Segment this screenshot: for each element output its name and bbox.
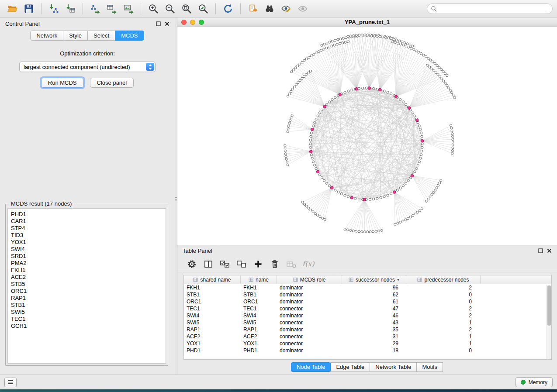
cell-shared-name[interactable]: SWI4 xyxy=(184,312,241,319)
result-item[interactable]: PHD1 xyxy=(8,211,166,218)
column-header-predecessor-nodes[interactable]: predecessor nodes xyxy=(406,275,481,284)
cell-mcds-role[interactable]: connector xyxy=(277,333,342,340)
result-item[interactable]: SWI4 xyxy=(8,246,166,253)
zoom-in-button[interactable] xyxy=(145,2,161,15)
cell-successor-nodes[interactable]: 31 xyxy=(342,333,406,340)
cell-name[interactable]: FKH1 xyxy=(241,284,277,291)
table-row[interactable]: STB1STB1dominator620 xyxy=(184,291,551,298)
cell-name[interactable]: TEC1 xyxy=(241,305,277,312)
cell-successor-nodes[interactable]: 18 xyxy=(342,347,406,354)
cell-name[interactable]: SWI4 xyxy=(241,312,277,319)
result-item[interactable]: STP4 xyxy=(8,225,166,232)
cell-filler[interactable] xyxy=(481,347,551,354)
export-network-button[interactable] xyxy=(87,2,103,15)
float-panel-icon[interactable] xyxy=(156,21,161,26)
cell-name[interactable]: RAP1 xyxy=(241,326,277,333)
cell-shared-name[interactable]: ORC1 xyxy=(184,298,241,305)
result-item[interactable]: FKH1 xyxy=(8,267,166,274)
result-item[interactable]: SRD1 xyxy=(8,253,166,260)
select-all-columns-button[interactable] xyxy=(218,258,232,271)
table-row[interactable]: TEC1TEC1connector472 xyxy=(184,305,551,312)
cell-predecessor-nodes[interactable]: 2 xyxy=(406,305,481,312)
result-item[interactable]: GCR1 xyxy=(8,323,166,330)
cell-predecessor-nodes[interactable]: 2 xyxy=(406,284,481,291)
cell-successor-nodes[interactable]: 46 xyxy=(342,312,406,319)
search-input[interactable] xyxy=(439,6,549,12)
mcds-result-list[interactable]: PHD1CAR1STP4TID3YOX1SWI4SRD1PMA2FKH1ACE2… xyxy=(7,208,166,364)
cell-predecessor-nodes[interactable]: 0 xyxy=(406,347,481,354)
tab-style[interactable]: Style xyxy=(63,31,88,41)
tab-node-table[interactable]: Node Table xyxy=(291,362,331,372)
result-item[interactable]: STB1 xyxy=(8,302,166,309)
import-network-button[interactable] xyxy=(46,2,62,15)
clone-network-button[interactable] xyxy=(245,2,261,15)
result-item[interactable]: SWI5 xyxy=(8,309,166,316)
close-panel-button[interactable]: Close panel xyxy=(90,78,134,88)
cell-mcds-role[interactable]: dominator xyxy=(277,298,342,305)
scrollbar-thumb[interactable] xyxy=(547,285,551,326)
cell-successor-nodes[interactable]: 61 xyxy=(342,298,406,305)
zoom-selected-button[interactable] xyxy=(195,2,211,15)
zoom-fit-button[interactable] xyxy=(179,2,194,15)
cell-shared-name[interactable]: PHD1 xyxy=(184,347,241,354)
result-item[interactable]: PMA2 xyxy=(8,260,166,267)
cell-name[interactable]: SWI5 xyxy=(241,319,277,326)
cell-predecessor-nodes[interactable]: 0 xyxy=(406,298,481,305)
find-button[interactable] xyxy=(262,2,277,15)
cell-name[interactable]: ACE2 xyxy=(241,333,277,340)
cell-name[interactable]: YOX1 xyxy=(241,340,277,347)
cell-mcds-role[interactable]: connector xyxy=(277,305,342,312)
optimization-dropdown[interactable]: largest connected component (undirected) xyxy=(19,62,156,72)
cell-mcds-role[interactable]: dominator xyxy=(277,347,342,354)
cell-successor-nodes[interactable]: 43 xyxy=(342,319,406,326)
cell-filler[interactable] xyxy=(481,284,551,291)
result-item[interactable]: TID3 xyxy=(8,232,166,239)
table-row[interactable]: SWI5SWI5connector431 xyxy=(184,319,551,326)
cell-successor-nodes[interactable]: 47 xyxy=(342,305,406,312)
tab-select[interactable]: Select xyxy=(87,31,115,41)
cell-name[interactable]: STB1 xyxy=(241,291,277,298)
table-settings-button[interactable] xyxy=(184,258,199,271)
result-item[interactable]: ORC1 xyxy=(8,288,166,295)
refresh-button[interactable] xyxy=(220,2,236,15)
table-row[interactable]: ORC1ORC1dominator610 xyxy=(184,298,551,305)
close-panel-icon[interactable] xyxy=(165,21,170,26)
cell-successor-nodes[interactable]: 96 xyxy=(342,284,406,291)
cell-shared-name[interactable]: ACE2 xyxy=(184,333,241,340)
cell-filler[interactable] xyxy=(481,333,551,340)
create-column-button[interactable] xyxy=(251,258,266,271)
close-window-button[interactable] xyxy=(181,20,187,25)
table-row[interactable]: YOX1YOX1connector291 xyxy=(184,340,551,347)
zoom-window-button[interactable] xyxy=(199,20,204,25)
column-header-name[interactable]: name xyxy=(241,275,277,284)
unselect-all-columns-button[interactable] xyxy=(234,258,249,271)
cell-predecessor-nodes[interactable]: 1 xyxy=(406,340,481,347)
cell-filler[interactable] xyxy=(481,312,551,319)
cell-predecessor-nodes[interactable]: 2 xyxy=(406,312,481,319)
result-item[interactable]: STB5 xyxy=(8,281,166,288)
cell-name[interactable]: PHD1 xyxy=(241,347,277,354)
save-button[interactable] xyxy=(21,2,37,15)
cell-filler[interactable] xyxy=(481,298,551,305)
cell-mcds-role[interactable]: dominator xyxy=(277,291,342,298)
import-table-button[interactable] xyxy=(62,2,78,15)
cell-predecessor-nodes[interactable]: 2 xyxy=(406,326,481,333)
function-builder-button[interactable]: f(x) xyxy=(301,260,314,268)
zoom-out-button[interactable] xyxy=(162,2,178,15)
table-row[interactable]: RAP1RAP1dominator352 xyxy=(184,326,551,333)
show-column-button[interactable] xyxy=(201,258,216,271)
show-hide-graphics-button[interactable] xyxy=(278,2,294,15)
network-canvas[interactable] xyxy=(177,27,557,245)
cell-shared-name[interactable]: FKH1 xyxy=(184,284,241,291)
cell-shared-name[interactable]: TEC1 xyxy=(184,305,241,312)
search-box[interactable] xyxy=(427,3,553,14)
cell-mcds-role[interactable]: dominator xyxy=(277,312,342,319)
sort-chevron-icon[interactable]: ▾ xyxy=(397,277,399,282)
cell-predecessor-nodes[interactable]: 1 xyxy=(406,319,481,326)
run-mcds-button[interactable]: Run MCDS xyxy=(41,78,84,88)
cell-shared-name[interactable]: STB1 xyxy=(184,291,241,298)
result-item[interactable]: RAP1 xyxy=(8,295,166,302)
cell-filler[interactable] xyxy=(481,319,551,326)
cell-mcds-role[interactable]: dominator xyxy=(277,284,342,291)
cell-predecessor-nodes[interactable]: 0 xyxy=(406,291,481,298)
